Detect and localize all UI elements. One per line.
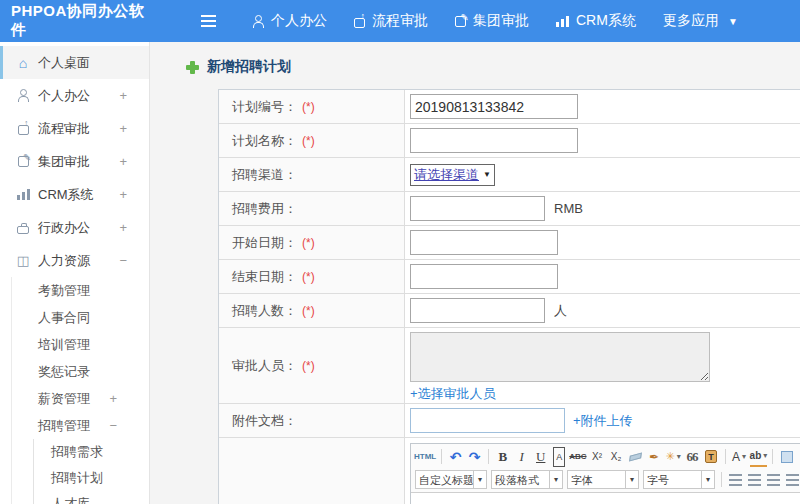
nav-label: 集团审批 — [473, 12, 529, 30]
underline-button[interactable]: U — [532, 447, 549, 467]
subscript-button[interactable]: X₂ — [608, 447, 625, 467]
sidebar-item-training[interactable]: 培训管理 — [12, 331, 149, 358]
sidebar-item-attendance[interactable]: 考勤管理 — [12, 277, 149, 304]
sidebar-item-label: 人力资源 — [38, 252, 90, 270]
sidebar-item-recruit-plan[interactable]: 招聘计划 — [34, 465, 149, 491]
channel-select[interactable]: 请选择渠道 — [410, 164, 495, 186]
toolbar-row-1: HTML B I U A ABC X² X₂ — [413, 445, 800, 468]
expand-minus[interactable]: − — [109, 418, 149, 433]
strikethrough-button[interactable]: ABC — [569, 447, 586, 467]
sidebar-item-human-resources[interactable]: ◫ 人力资源 − — [0, 244, 149, 277]
field-label: 计划名称： — [232, 132, 297, 150]
sidebar-item-personal-desktop[interactable]: ⌂ 个人桌面 — [0, 46, 149, 79]
currency-suffix: RMB — [554, 201, 583, 216]
sidebar-item-workflow-approval[interactable]: 流程审批 + — [0, 112, 149, 145]
blockquote-button[interactable]: 66 — [684, 447, 701, 467]
required-mark: (*) — [302, 270, 315, 284]
align-justify-icon[interactable] — [786, 474, 799, 486]
sidebar-item-crm-system[interactable]: CRM系统 + — [0, 178, 149, 211]
recruit-plan-form: 计划编号： (*) 计划名称： (*) 招聘渠道： 请选择渠 — [218, 89, 800, 504]
sidebar-item-rewards[interactable]: 奖惩记录 — [12, 358, 149, 385]
form-row-editor: HTML B I U A ABC X² X₂ — [219, 438, 800, 504]
expand-plus[interactable]: + — [119, 154, 149, 169]
editor-content-area[interactable] — [411, 493, 800, 504]
sidebar-item-label: 个人办公 — [38, 87, 90, 105]
edit-pencil-icon — [455, 16, 466, 27]
font-color-button[interactable]: A — [731, 447, 748, 467]
back-color-button[interactable]: ab — [750, 447, 768, 467]
sidebar-item-label: 集团审批 — [38, 153, 90, 171]
source-code-button[interactable]: HTML — [414, 447, 436, 467]
eraser-icon[interactable] — [627, 447, 644, 467]
form-row-cost: 招聘费用： RMB — [219, 192, 800, 226]
nav-label: 更多应用 — [663, 12, 719, 30]
bold-button[interactable]: B — [494, 447, 511, 467]
briefcase-icon — [17, 226, 29, 234]
divider — [721, 472, 722, 487]
field-label: 计划编号： — [232, 98, 297, 116]
sidebar-item-label: 流程审批 — [38, 120, 90, 138]
attachment-input[interactable] — [410, 408, 565, 433]
align-right-icon[interactable] — [767, 474, 780, 486]
select-approver-link[interactable]: +选择审批人员 — [410, 385, 496, 403]
sidebar-toggle-button[interactable] — [198, 11, 218, 31]
sidebar-item-talent-pool[interactable]: 人才库 — [34, 491, 149, 504]
recruit-submenu: 招聘需求 招聘计划 人才库 — [33, 439, 149, 504]
upload-attachment-link[interactable]: +附件上传 — [573, 412, 633, 430]
align-center-icon[interactable] — [748, 474, 761, 486]
undo-icon[interactable] — [447, 447, 464, 467]
sidebar-item-admin-office[interactable]: 行政办公 + — [0, 211, 149, 244]
align-left-icon[interactable] — [729, 474, 742, 486]
caret-down-icon — [701, 471, 714, 488]
caret-down-icon — [549, 471, 562, 488]
italic-button[interactable]: I — [513, 447, 530, 467]
paragraph-format-dropdown[interactable]: 段落格式 — [491, 470, 563, 489]
field-label: 审批人员： — [232, 357, 297, 375]
sidebar-item-group-approval[interactable]: 集团审批 + — [0, 145, 149, 178]
select-value: 请选择渠道 — [414, 166, 479, 184]
unit-suffix: 人 — [554, 302, 567, 320]
cost-input[interactable] — [410, 196, 545, 221]
app-logo[interactable]: PHPOA协同办公软件 — [0, 2, 150, 40]
nav-group-approval[interactable]: 集团审批 — [455, 12, 529, 30]
approver-textarea[interactable] — [410, 332, 710, 382]
redo-icon[interactable] — [466, 447, 483, 467]
start-date-input[interactable] — [410, 230, 558, 255]
form-row-attachment: 附件文档： +附件上传 — [219, 404, 800, 438]
form-row-plan-name: 计划名称： (*) — [219, 124, 800, 158]
form-row-start-date: 开始日期： (*) — [219, 226, 800, 260]
expand-minus[interactable]: − — [119, 253, 149, 268]
expand-plus[interactable]: + — [119, 220, 149, 235]
format-brush-icon[interactable]: ✒ — [646, 447, 663, 467]
sidebar-item-recruit-mgmt[interactable]: 招聘管理 − — [12, 412, 149, 439]
field-label: 招聘渠道： — [232, 166, 297, 184]
expand-plus[interactable]: + — [109, 391, 149, 406]
font-family-dropdown[interactable]: 字体 — [567, 470, 639, 489]
sidebar-item-label: 行政办公 — [38, 219, 90, 237]
sidebar-item-recruit-need[interactable]: 招聘需求 — [34, 439, 149, 465]
superscript-button[interactable]: X² — [589, 447, 606, 467]
expand-plus[interactable]: + — [119, 187, 149, 202]
headcount-input[interactable] — [410, 298, 545, 323]
expand-plus[interactable]: + — [119, 121, 149, 136]
nav-crm-system[interactable]: CRM系统 — [556, 12, 636, 30]
sidebar-item-hr-contract[interactable]: 人事合同 — [12, 304, 149, 331]
nav-personal-office[interactable]: 个人办公 — [252, 12, 327, 30]
autoformat-button[interactable]: A — [553, 447, 565, 467]
custom-title-dropdown[interactable]: 自定义标题 — [415, 470, 487, 489]
expand-plus[interactable]: + — [119, 88, 149, 103]
font-size-dropdown[interactable]: 字号 — [643, 470, 715, 489]
plan-name-input[interactable] — [410, 128, 578, 153]
nav-workflow-approval[interactable]: 流程审批 — [354, 12, 428, 30]
nav-more-apps[interactable]: 更多应用 ▼ — [663, 12, 738, 30]
sidebar-item-salary[interactable]: 薪资管理 + — [12, 385, 149, 412]
top-nav: 个人办公 流程审批 集团审批 CRM系统 更多应用 ▼ — [252, 12, 738, 30]
sidebar-item-personal-office[interactable]: 个人办公 + — [0, 79, 149, 112]
rich-text-editor: HTML B I U A ABC X² X₂ — [410, 443, 800, 504]
paste-clipboard-icon[interactable] — [703, 447, 720, 467]
end-date-input[interactable] — [410, 264, 558, 289]
insert-image-icon[interactable] — [778, 447, 795, 467]
plan-number-input[interactable] — [410, 94, 578, 119]
divider — [488, 449, 489, 464]
autotypeset-icon[interactable]: ✳ — [665, 447, 682, 467]
